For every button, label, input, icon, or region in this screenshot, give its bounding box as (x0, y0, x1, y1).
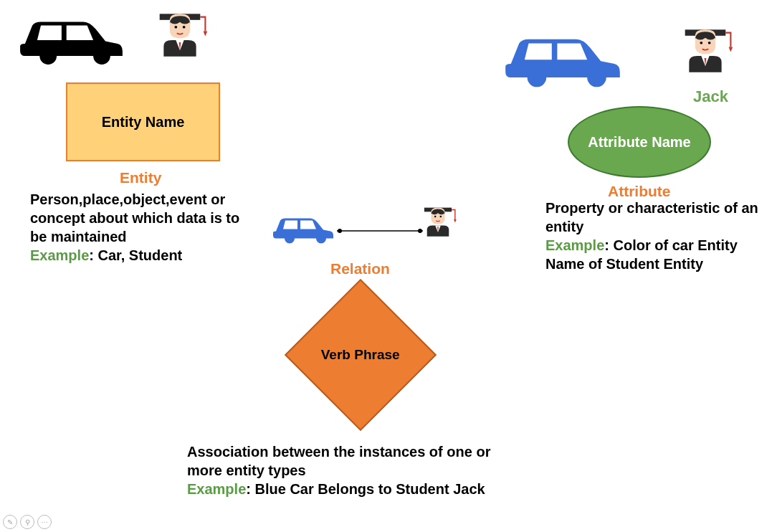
entity-description: Person,place,object,event or concept abo… (30, 190, 245, 265)
svg-point-17 (440, 216, 442, 217)
svg-point-10 (285, 234, 294, 243)
svg-point-13 (338, 229, 342, 233)
svg-point-9 (708, 42, 711, 44)
student-small-icon (417, 202, 459, 250)
svg-point-6 (588, 70, 605, 86)
entity-shape-label: Entity Name (102, 114, 185, 130)
footer-tool-icons: ✎ ⚲ ⋯ (3, 515, 52, 529)
svg-point-3 (174, 26, 177, 29)
car-blue-small-icon (267, 208, 339, 250)
svg-point-5 (529, 70, 545, 86)
car-black-icon (9, 7, 134, 71)
relation-line (337, 224, 423, 237)
svg-point-16 (434, 216, 436, 217)
attribute-shape-label: Attribute Name (588, 134, 690, 150)
tool-more-icon[interactable]: ⋯ (37, 515, 52, 529)
attribute-shape: Attribute Name (568, 106, 711, 178)
student-icon (148, 6, 211, 75)
tool-pen-icon[interactable]: ✎ (3, 515, 17, 529)
svg-point-0 (42, 50, 54, 62)
car-blue-icon (495, 23, 631, 94)
svg-point-8 (700, 42, 702, 44)
tool-zoom-icon[interactable]: ⚲ (20, 515, 34, 529)
student-name-label: Jack (693, 87, 728, 106)
relation-shape-label: Verb Phrase (321, 347, 400, 364)
svg-point-1 (96, 50, 108, 62)
svg-point-4 (183, 26, 186, 29)
attribute-heading: Attribute (608, 183, 671, 200)
relation-heading: Relation (330, 260, 390, 277)
entity-heading: Entity (120, 169, 161, 186)
student-icon (674, 22, 737, 90)
relation-description: Association between the instances of one… (187, 442, 517, 498)
entity-shape: Entity Name (66, 82, 220, 161)
svg-point-11 (317, 234, 325, 243)
attribute-description: Property or characteristic of an entity … (545, 199, 768, 273)
relation-diamond: Verb Phrase (307, 301, 414, 409)
